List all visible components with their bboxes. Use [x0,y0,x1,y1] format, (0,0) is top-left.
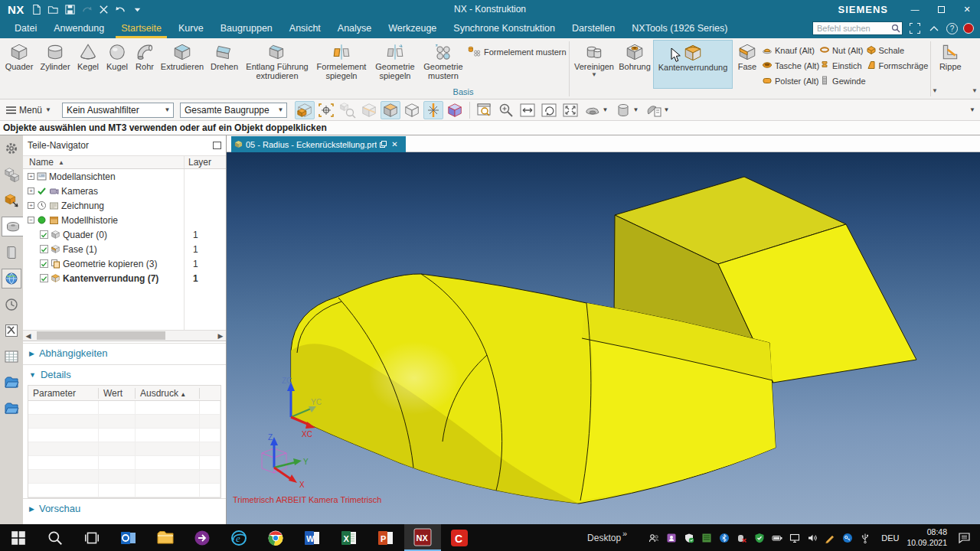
menu-tab-datei[interactable]: Datei [6,18,45,38]
taskbar-clock[interactable]: 08:48 10.09.2021 [906,527,947,548]
rotate-view-icon[interactable] [539,101,559,119]
action-center-icon[interactable] [958,532,971,544]
row-quader[interactable]: Quader (0)1 [23,227,226,242]
minimize-ribbon-icon[interactable] [927,21,941,35]
ribbon-item-schale[interactable]: Schale [866,43,929,57]
detach-tab-icon[interactable] [380,141,387,148]
battery-icon[interactable] [772,533,782,543]
key-icon[interactable] [842,533,853,543]
open-file-icon[interactable] [47,3,60,15]
row-fase[interactable]: Fase (1)1 [23,242,226,256]
ribbon-item-rohr[interactable]: Rohr [132,40,158,71]
people-icon[interactable] [648,533,659,543]
expander-icon[interactable]: + [28,187,34,194]
details-section-header[interactable]: ▼ Details [23,364,226,384]
menu-button[interactable]: Menü▼ [0,105,56,116]
ribbon-item-formelement-spiegeln[interactable]: Formelement spiegeln [312,40,371,81]
part-tab[interactable]: 05 - Radius - Eckenrückstellung.prt ✕ [231,136,406,152]
language-indicator[interactable]: DEU [881,533,899,543]
ribbon-item-bohrung[interactable]: Bohrung [616,40,653,71]
graphics-window[interactable]: 05 - Radius - Eckenrückstellung.prt ✕ [227,135,980,524]
internet-explorer-icon[interactable]: e [220,524,257,551]
menu-tab-anwendung[interactable]: Anwendung [45,18,113,38]
close-tab-icon[interactable]: ✕ [391,140,397,148]
command-search-input[interactable] [812,21,903,35]
part-navigator-icon[interactable] [2,217,23,236]
nx-app-icon[interactable]: NX [404,524,441,551]
process-navigator-icon[interactable] [2,321,21,341]
camtasia-icon[interactable]: C [441,524,478,551]
select-solid-icon[interactable] [295,101,315,119]
new-file-icon[interactable] [31,3,43,15]
defender-icon[interactable] [684,533,694,543]
checkbox-icon[interactable] [40,230,48,239]
checkbox-icon[interactable] [40,259,48,268]
selection-filter-dropdown[interactable]: Kein Auswahlfilter▼ [62,103,174,118]
layer-column-header[interactable]: Layer [188,157,211,168]
ribbon-item-polster-alt-[interactable]: Polster (Alt) [762,73,819,88]
preview-section-header[interactable]: ▶ Vorschau [23,498,226,518]
checkbox-icon[interactable] [40,274,48,282]
word-icon[interactable]: W [294,524,331,551]
ribbon-item-geometrie-spiegeln[interactable]: Geometrie spiegeln [371,40,420,81]
dropdown-arrow-icon[interactable]: ▼ [591,72,597,79]
view-operations-icon[interactable]: ▼ [643,101,672,119]
menu-tab-baugruppen[interactable]: Baugruppen [212,18,281,38]
assembly-navigator-icon[interactable] [2,165,21,184]
maximize-button[interactable] [928,0,954,18]
pan-icon[interactable] [518,101,537,119]
fullscreen-icon[interactable] [908,21,922,35]
start-icon[interactable] [0,524,37,551]
dropdown-arrow-icon[interactable]: ▼ [663,106,669,113]
horizontal-scrollbar[interactable]: ◀ ▶ [23,330,226,341]
ribbon-item-formelement-mustern[interactable]: Formelement mustern [467,40,567,60]
folder-open2-icon[interactable] [2,399,21,419]
details-column-parameter[interactable]: Parameter [28,388,99,399]
details-column-ausdruck[interactable]: Ausdruck ▲ [136,388,200,399]
menu-tab-ansicht[interactable]: Ansicht [281,18,329,38]
tree-column-header[interactable]: Name ▲ Layer [23,155,226,169]
pen-icon[interactable] [825,533,835,543]
dropdown-arrow-icon[interactable]: ▼ [602,106,608,113]
menu-tab-kurve[interactable]: Kurve [170,18,212,38]
ribbon-item-formschräge[interactable]: Formschräge [866,58,929,73]
excel-icon[interactable]: X [331,524,368,551]
search-icon[interactable] [37,524,74,551]
row-geometrie-kopieren[interactable]: Geometrie kopieren (3)1 [23,256,226,271]
constraint-navigator-icon[interactable] [2,191,21,210]
menu-tab-analyse[interactable]: Analyse [329,18,380,38]
ribbon-item-knauf-alt-[interactable]: Knauf (Alt) [762,43,819,57]
menu-tab-nxtools-1926-series-[interactable]: NXTools (1926 Series) [623,18,736,38]
row-modellhistorie[interactable]: −Modellhistorie [23,213,226,227]
pdf-tool-icon[interactable] [184,524,220,551]
volume-icon[interactable] [807,533,818,543]
render-style-icon[interactable]: ▼ [612,101,642,119]
spreadsheet-icon[interactable] [2,347,21,367]
security-shield-icon[interactable] [754,533,765,543]
expander-icon[interactable]: + [28,202,34,209]
menu-tab-startseite[interactable]: Startseite [113,18,170,38]
ribbon-item-einstich[interactable]: Einstich [819,58,865,73]
chrome-icon[interactable] [257,524,294,551]
zoom-window-icon[interactable] [475,101,495,119]
bluetooth-icon[interactable] [719,533,730,543]
undock-panel-icon[interactable] [213,142,221,149]
snap-point-icon[interactable] [423,101,443,119]
history-icon[interactable] [2,295,21,315]
row-zeichnung[interactable]: +Zeichnung [23,198,226,213]
reuse-library-icon[interactable] [2,243,21,262]
ribbon-item-geometrie-mustern[interactable]: Geometrie mustern [420,40,467,81]
close-button[interactable]: ✕ [954,0,980,18]
checkbox-icon[interactable] [40,245,48,253]
minimize-button[interactable]: — [902,0,928,18]
ribbon-item-kegel[interactable]: Kegel [74,40,103,71]
selection-scope-dropdown[interactable]: Gesamte Baugruppe▼ [180,103,287,118]
ribbon-item-kugel[interactable]: Kugel [103,40,132,71]
details-column-wert[interactable]: Wert [99,388,136,399]
more-commands-icon[interactable]: ▼ [932,87,938,94]
outlook-icon[interactable] [110,524,147,551]
menu-tab-synchrone-konstruktion[interactable]: Synchrone Konstruktion [445,18,564,38]
usb-icon[interactable] [860,533,871,543]
ribbon-item-zylinder[interactable]: Zylinder [37,40,74,71]
ribbon-item-kantenverrundung[interactable]: Kantenverrundung [653,40,733,89]
